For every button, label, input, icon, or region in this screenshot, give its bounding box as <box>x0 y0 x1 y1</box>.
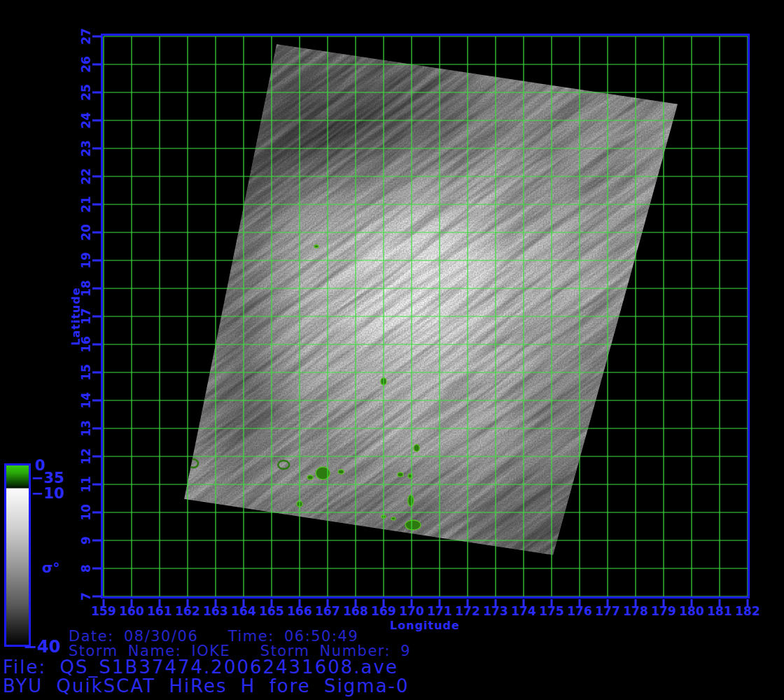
x-tick-label: 165 <box>258 604 286 618</box>
x-tick-label: 159 <box>90 604 118 618</box>
colorbar-label-minus35: −35 <box>31 470 64 486</box>
y-tick-label: 7 <box>78 582 94 610</box>
y-tick-label: 24 <box>78 106 94 134</box>
x-tick-label: 163 <box>202 604 230 618</box>
y-tick-label: 8 <box>78 554 94 582</box>
sigma0-colorbar <box>4 463 31 647</box>
island <box>405 520 421 530</box>
y-tick-label: 16 <box>78 330 94 358</box>
y-tick-label: 14 <box>78 386 94 414</box>
x-tick-label: 175 <box>538 604 566 618</box>
x-tick-label: 181 <box>706 604 734 618</box>
x-tick-label: 171 <box>426 604 454 618</box>
x-tick-label: 170 <box>398 604 426 618</box>
x-tick-label: 161 <box>146 604 174 618</box>
y-tick-label: 19 <box>78 246 94 274</box>
file-name-line: File: QS_S1B37474.20062431608.ave <box>3 657 398 678</box>
x-tick-label: 177 <box>594 604 622 618</box>
y-tick-label: 10 <box>78 498 94 526</box>
x-tick-label: 173 <box>482 604 510 618</box>
x-axis-title: Longitude <box>383 619 467 632</box>
y-tick-label: 25 <box>78 78 94 106</box>
x-tick-label: 168 <box>342 604 370 618</box>
x-tick-label: 179 <box>650 604 678 618</box>
y-tick-label: 11 <box>78 470 94 498</box>
island <box>414 444 419 451</box>
product-title-line: BYU QuikSCAT HiRes H fore Sigma-0 <box>3 676 410 696</box>
plot-canvas <box>0 0 784 700</box>
colorbar-label-minus40: −40 <box>23 639 61 654</box>
island <box>408 495 414 506</box>
y-tick-label: 17 <box>78 302 94 330</box>
y-tick-label: 9 <box>78 526 94 554</box>
island <box>314 245 318 248</box>
x-tick-label: 182 <box>734 604 762 618</box>
speckle-grain <box>98 28 756 609</box>
sigma0-swath-image <box>0 0 784 700</box>
island <box>307 475 313 479</box>
x-tick-label: 176 <box>566 604 594 618</box>
y-tick-label: 23 <box>78 134 94 162</box>
y-tick-label: 22 <box>78 162 94 190</box>
colorbar-unit-sigma: σ° <box>42 560 60 575</box>
latlon-grid-overlay <box>104 36 748 596</box>
y-tick-label: 27 <box>78 22 94 50</box>
x-tick-label: 169 <box>370 604 398 618</box>
quikscat-sigma0-plot: Latitude Longitude 0 −35 −10 σ° −40 Date… <box>0 0 784 700</box>
x-tick-label: 180 <box>678 604 706 618</box>
y-tick-label: 21 <box>78 190 94 218</box>
x-tick-label: 178 <box>622 604 650 618</box>
y-tick-label: 15 <box>78 358 94 386</box>
island <box>398 472 403 477</box>
x-tick-label: 164 <box>230 604 258 618</box>
colorbar-label-minus10: −10 <box>31 486 64 501</box>
y-tick-label: 13 <box>78 414 94 442</box>
x-tick-label: 174 <box>510 604 538 618</box>
y-tick-label: 26 <box>78 50 94 78</box>
island <box>338 470 344 474</box>
y-tick-label: 20 <box>78 218 94 246</box>
x-tick-label: 160 <box>118 604 146 618</box>
y-tick-label: 12 <box>78 442 94 470</box>
x-tick-label: 162 <box>174 604 202 618</box>
y-tick-label: 18 <box>78 274 94 302</box>
x-tick-label: 167 <box>314 604 342 618</box>
x-tick-label: 166 <box>286 604 314 618</box>
x-tick-label: 172 <box>454 604 482 618</box>
island <box>391 517 396 520</box>
